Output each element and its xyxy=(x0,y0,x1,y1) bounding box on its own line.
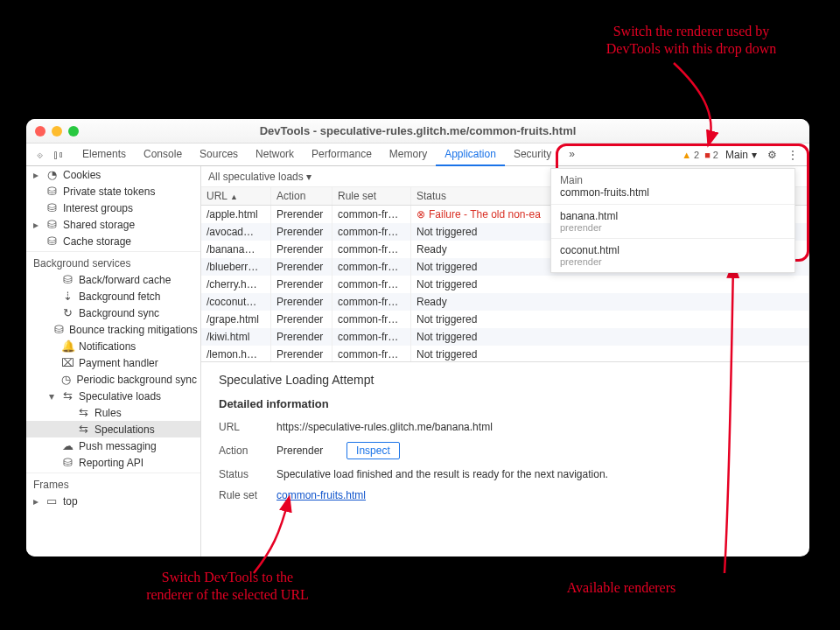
chevron-down-icon: ▾ xyxy=(306,171,312,183)
sidebar-heading-bg: Background services xyxy=(26,251,200,271)
expand-arrow-icon: ▸ xyxy=(33,495,40,508)
sidebar-item[interactable]: ☁Push messaging xyxy=(26,438,200,454)
inspect-button[interactable]: Inspect xyxy=(346,442,400,459)
sidebar-item[interactable]: ↻Background sync xyxy=(26,304,200,321)
sidebar-item[interactable]: 🔔Notifications xyxy=(26,338,200,354)
sidebar-item[interactable]: ⇆Rules xyxy=(26,404,200,421)
cell-status: Not triggered xyxy=(411,328,809,346)
col-url[interactable]: URL ▲ xyxy=(201,187,271,205)
sidebar-icon: ⛁ xyxy=(46,218,58,231)
window-title: DevTools - speculative-rules.glitch.me/c… xyxy=(26,124,809,137)
sidebar-item[interactable]: ⛁Private state tokens xyxy=(26,183,200,200)
detail-status-value: Speculative load finished and the result… xyxy=(276,468,608,480)
inspect-icon[interactable]: ⟐ xyxy=(30,149,49,161)
warning-icon: ▲ xyxy=(682,150,691,160)
tab-console[interactable]: Console xyxy=(135,144,191,166)
dropdown-item-prerender[interactable]: banana.html prerender xyxy=(551,205,794,239)
sidebar-item[interactable]: ⛁Bounce tracking mitigations xyxy=(26,321,200,338)
sidebar-heading-frames: Frames xyxy=(26,472,200,493)
annotation-bottom-right: Available renderers xyxy=(525,579,718,597)
settings-icon[interactable]: ⚙ xyxy=(764,149,780,161)
cell-ruleset: common-fr… xyxy=(332,293,411,311)
cell-action: Prerender xyxy=(271,241,332,258)
close-window-button[interactable] xyxy=(35,126,46,136)
sidebar-icon: ⛁ xyxy=(61,456,74,469)
cell-ruleset: common-fr… xyxy=(332,328,411,346)
sidebar-item-label: Push messaging xyxy=(79,440,157,452)
table-row[interactable]: /lemon.h…Prerendercommon-fr…Not triggere… xyxy=(201,346,809,362)
sidebar-icon: ⛁ xyxy=(46,201,58,214)
sidebar-item[interactable]: ▸⛁Shared storage xyxy=(26,216,200,233)
expand-arrow-icon: ▸ xyxy=(33,169,40,181)
cell-ruleset: common-fr… xyxy=(332,258,411,276)
sidebar-item[interactable]: ⌧Payment handler xyxy=(26,354,200,371)
cell-action: Prerender xyxy=(271,328,332,346)
sidebar-item-label: Private state tokens xyxy=(63,186,155,198)
sidebar-item-label: Speculations xyxy=(94,424,155,436)
sidebar-item-label: Interest groups xyxy=(63,202,133,214)
table-row[interactable]: /coconut…Prerendercommon-fr…Ready xyxy=(201,293,809,311)
table-row[interactable]: /cherry.h…Prerendercommon-fr…Not trigger… xyxy=(201,276,809,293)
sidebar-item[interactable]: ⇣Background fetch xyxy=(26,288,200,304)
tab-security[interactable]: Security xyxy=(505,144,560,166)
zoom-window-button[interactable] xyxy=(68,126,79,136)
traffic-lights xyxy=(35,126,79,136)
detail-heading: Speculative Loading Attempt xyxy=(219,373,792,387)
sidebar-item[interactable]: ▾⇆Speculative loads xyxy=(26,388,200,404)
dropdown-item-prerender[interactable]: coconut.html prerender xyxy=(551,239,794,272)
cell-action: Prerender xyxy=(271,293,332,311)
sidebar-item-label: Cache storage xyxy=(63,235,131,248)
tab-performance[interactable]: Performance xyxy=(303,144,381,166)
sidebar: ▸◔Cookies⛁Private state tokens⛁Interest … xyxy=(26,166,201,556)
sidebar-item-label: Notifications xyxy=(79,340,136,353)
sidebar-item[interactable]: ⛁Reporting API xyxy=(26,454,200,471)
cell-url: /avocad… xyxy=(201,223,271,241)
sidebar-item-label: Background sync xyxy=(79,307,159,319)
sidebar-icon: ⇣ xyxy=(61,290,74,303)
target-dropdown: Main common-fruits.html banana.html prer… xyxy=(550,168,795,273)
tab-application[interactable]: Application xyxy=(436,144,505,166)
sidebar-item[interactable]: ▸▭top xyxy=(26,493,200,509)
tab-memory[interactable]: Memory xyxy=(381,144,436,166)
minimize-window-button[interactable] xyxy=(52,126,62,136)
sidebar-item[interactable]: ⛁Interest groups xyxy=(26,200,200,216)
sidebar-item[interactable]: ▸◔Cookies xyxy=(26,166,200,183)
table-row[interactable]: /kiwi.htmlPrerendercommon-fr…Not trigger… xyxy=(201,328,809,346)
sidebar-item-label: Speculative loads xyxy=(79,390,161,402)
col-ruleset[interactable]: Rule set xyxy=(332,187,411,205)
tab-elements[interactable]: Elements xyxy=(74,144,135,166)
tab-network[interactable]: Network xyxy=(247,144,303,166)
expand-arrow-icon: ▾ xyxy=(49,390,56,402)
col-action[interactable]: Action xyxy=(271,187,332,205)
sidebar-icon: ☁ xyxy=(61,439,74,452)
errors-badge[interactable]: ■2 xyxy=(704,150,718,160)
panel-tabs: Elements Console Sources Network Perform… xyxy=(74,144,584,166)
sidebar-item[interactable]: ⛁Back/forward cache xyxy=(26,271,200,288)
sidebar-item-label: Reporting API xyxy=(79,457,144,469)
sidebar-icon: ◔ xyxy=(46,168,58,181)
sidebar-item[interactable]: ⛁Cache storage xyxy=(26,233,200,249)
sidebar-item[interactable]: ⇆Speculations xyxy=(26,421,200,438)
sidebar-item-label: Cookies xyxy=(63,169,101,181)
sidebar-icon: ⛁ xyxy=(46,234,58,248)
sidebar-icon: ↻ xyxy=(61,306,74,319)
detail-ruleset-link[interactable]: common-fruits.html xyxy=(276,489,366,501)
sidebar-icon: ⌧ xyxy=(61,356,74,369)
sidebar-icon: ⛁ xyxy=(54,323,64,336)
table-row[interactable]: /grape.htmlPrerendercommon-fr…Not trigge… xyxy=(201,311,809,328)
detail-subheading: Detailed information xyxy=(219,397,792,410)
warnings-badge[interactable]: ▲2 xyxy=(682,150,699,160)
tab-sources[interactable]: Sources xyxy=(191,144,247,166)
detail-status-label: Status xyxy=(219,468,268,480)
target-selector[interactable]: Main ▾ xyxy=(724,149,759,161)
cell-status: Ready xyxy=(411,293,809,311)
device-toolbar-icon[interactable]: ⫿▯ xyxy=(49,149,68,161)
sidebar-item[interactable]: ◷Periodic background sync xyxy=(26,371,200,388)
cell-status: Not triggered xyxy=(411,346,809,362)
dropdown-item-main[interactable]: Main common-fruits.html xyxy=(551,169,794,205)
cell-ruleset: common-fr… xyxy=(332,311,411,328)
detail-action-label: Action xyxy=(219,444,268,457)
kebab-icon[interactable]: ⋮ xyxy=(785,149,801,161)
cell-action: Prerender xyxy=(271,206,332,223)
tab-overflow[interactable]: » xyxy=(560,144,584,166)
